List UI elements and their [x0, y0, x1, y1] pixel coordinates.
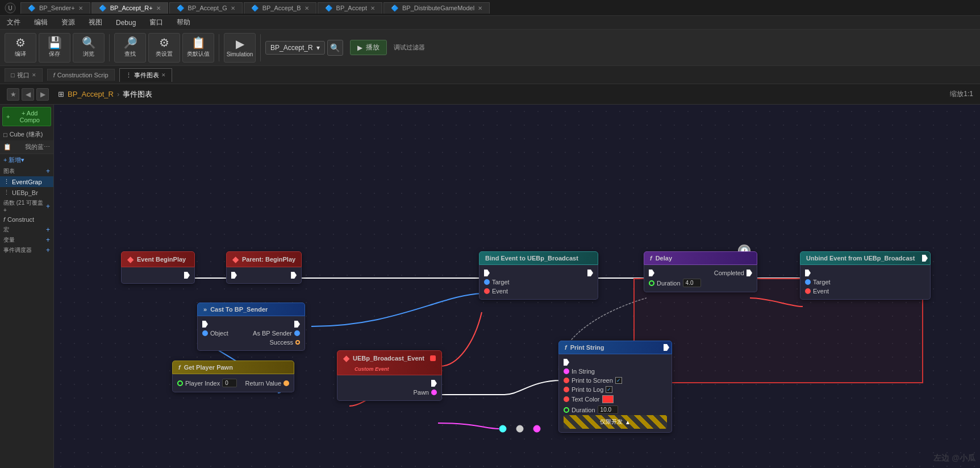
simulation-icon: ▶ [236, 38, 244, 49]
tab-bp-accept-r-close[interactable]: ✕ [156, 5, 161, 11]
find-button[interactable]: 🔎 查找 [114, 33, 146, 63]
unbind-event-pin[interactable]: Event [805, 288, 829, 295]
return-value-pin[interactable]: Return Value [245, 380, 289, 387]
sidebar-item-cube[interactable]: □ Cube (继承) [0, 129, 53, 140]
sidebar-section-my-blueprints[interactable]: 📋 我的蓝⋯ [0, 140, 53, 154]
print-duration-pin[interactable]: Duration [564, 405, 618, 414]
tab-bp-accept[interactable]: 🔷 BP_Accept ✕ [318, 2, 382, 14]
tab-bp-accept-g-close[interactable]: ✕ [231, 5, 235, 11]
node-get-player-pawn[interactable]: f Get Player Pawn Player Index Return Va… [172, 361, 294, 392]
print-exec-out-icon[interactable] [664, 344, 669, 351]
tab-bp-distribute[interactable]: 🔷 BP_DistributeGameModel ✕ [383, 2, 490, 14]
tab-bp-accept-b[interactable]: 🔷 BP_Accept_B ✕ [244, 2, 316, 14]
sidebar-new-item[interactable]: + 新增▾ [0, 154, 53, 166]
node-print-string[interactable]: f Print String In String [558, 341, 672, 433]
print-to-log-checkbox[interactable]: ✓ [606, 386, 612, 393]
macro-add-icon[interactable]: + [46, 226, 50, 234]
compile-button[interactable]: ⚙ 编译 [5, 33, 36, 63]
cast-object-label: Object [210, 330, 228, 337]
as-bp-sender-pin[interactable]: As BP Sender [253, 330, 300, 337]
cast-exec-in[interactable] [202, 321, 208, 328]
node-parent-begin-play[interactable]: ◆ Parent: BeginPlay [226, 251, 302, 284]
menu-edit[interactable]: 编辑 [32, 16, 50, 28]
tab-bp-accept-g[interactable]: 🔷 BP_Accept_G ✕ [169, 2, 243, 14]
text-color-pin[interactable]: Text Color [564, 395, 614, 403]
sidebar-event-graph[interactable]: ⋮ EventGrap [0, 176, 53, 187]
sub-tab-construction[interactable]: f Construction Scrip [47, 69, 115, 81]
bind-target-pin[interactable]: Target [484, 279, 510, 285]
event-dispatchers-add-icon[interactable]: + [46, 246, 50, 254]
print-in-string-pin[interactable]: In String [564, 368, 595, 375]
simulation-button[interactable]: ▶ Simulation [224, 33, 256, 63]
bp-dropdown[interactable]: BP_Accept_R ▾ [265, 41, 325, 55]
sidebar-uebp-br[interactable]: ⋮ UEBp_Br [0, 187, 53, 198]
menu-resources[interactable]: 资源 [59, 16, 77, 28]
play-button[interactable]: ▶ 播放 [350, 40, 387, 55]
back-button[interactable]: ◀ [22, 88, 34, 101]
parent-exec-out-pin[interactable] [291, 272, 297, 279]
parent-exec-in-pin[interactable] [231, 272, 237, 279]
duration-value-input[interactable] [683, 279, 701, 287]
tab-bp-accept-b-close[interactable]: ✕ [305, 5, 309, 11]
uebp-exec-out[interactable] [431, 380, 437, 387]
player-index-pin[interactable]: Player Index [177, 379, 237, 387]
variables-add-icon[interactable]: + [46, 236, 50, 244]
forward-button[interactable]: ▶ [36, 88, 49, 101]
bind-event-pin[interactable]: Event [484, 288, 508, 295]
warning-triangle-icon: ▲ [625, 419, 631, 425]
tab-bp-accept-r[interactable]: 🔷 BP_Accept_R+ ✕ [91, 2, 168, 14]
node-unbind-event[interactable]: Unbind Event from UEBp_Broadcast Target [800, 251, 931, 300]
bind-exec-in[interactable] [484, 270, 490, 276]
menu-help[interactable]: 帮助 [174, 16, 193, 28]
tab-bp-distribute-close[interactable]: ✕ [478, 5, 482, 11]
sub-tab-event-graph[interactable]: ⋮ 事件图表 ✕ [119, 68, 172, 82]
delay-duration-pin[interactable]: Duration [649, 279, 701, 287]
unbind-exec-out-icon[interactable] [922, 255, 928, 262]
sub-tab-viewport[interactable]: □ 视口 ✕ [5, 68, 43, 82]
class-settings-button[interactable]: ⚙ 类设置 [148, 33, 180, 63]
node-uebp-broadcast[interactable]: ◆ UEBp_Broadcast_Event Custom Event Pawn [337, 350, 442, 401]
tab-bp-accept-close[interactable]: ✕ [370, 5, 375, 11]
menu-debug[interactable]: Debug [114, 18, 138, 28]
bind-exec-out[interactable] [587, 270, 593, 276]
blueprint-canvas[interactable]: ◆ Event BeginPlay ◆ Parent: BeginPlay [54, 105, 980, 468]
save-button[interactable]: 💾 保存 [39, 33, 70, 63]
cast-exec-out[interactable] [294, 321, 300, 328]
menu-view[interactable]: 视图 [86, 16, 105, 28]
node-cast-to-bp-sender[interactable]: » Cast To BP_Sender Object [197, 303, 305, 351]
delay-exec-in[interactable] [649, 270, 654, 276]
graphs-add-icon[interactable]: + [46, 167, 50, 175]
breadcrumb-root[interactable]: BP_Accept_R [68, 90, 114, 98]
node-bind-event[interactable]: Bind Event to UEBp_Broadcast Target [479, 251, 598, 300]
print-to-screen-checkbox[interactable]: ✓ [615, 377, 622, 384]
node-bind-header: Bind Event to UEBp_Broadcast [479, 251, 598, 265]
sub-tab-event-close[interactable]: ✕ [161, 72, 166, 78]
print-exec-in[interactable] [564, 359, 569, 366]
print-to-log-pin[interactable]: Print to Log ✓ [564, 386, 612, 393]
delay-completed-pin[interactable]: Completed [714, 270, 752, 276]
unbind-target-pin[interactable]: Target [805, 279, 831, 285]
text-color-swatch[interactable] [602, 395, 614, 403]
tab-bp-sender[interactable]: 🔷 BP_Sender+ ✕ [20, 2, 90, 14]
browse-button[interactable]: 🔍 浏览 [73, 33, 105, 63]
player-index-input[interactable] [222, 379, 237, 387]
bookmark-button[interactable]: ★ [7, 88, 19, 101]
print-duration-input[interactable] [598, 405, 618, 414]
sidebar-construct[interactable]: f Construct [0, 214, 53, 225]
uebp-pawn-pin[interactable]: Pawn [413, 389, 437, 396]
functions-add-icon[interactable]: + [46, 202, 50, 210]
node-delay[interactable]: 🕐 f Delay Completed [644, 251, 757, 292]
add-component-button[interactable]: + + Add Compo [2, 107, 51, 126]
menu-file[interactable]: 文件 [5, 16, 23, 28]
menu-window[interactable]: 窗口 [147, 16, 165, 28]
search-button[interactable]: 🔍 [327, 40, 343, 56]
unbind-exec-in[interactable] [805, 270, 811, 276]
print-to-screen-pin[interactable]: Print to Screen ✓ [564, 377, 622, 384]
cast-object-pin[interactable]: Object [202, 330, 228, 337]
exec-out-pin[interactable] [184, 272, 190, 279]
node-event-begin-play[interactable]: ◆ Event BeginPlay [121, 251, 195, 284]
sub-tab-viewport-close[interactable]: ✕ [32, 72, 36, 78]
tab-bp-sender-close[interactable]: ✕ [78, 5, 83, 11]
cast-success-pin[interactable]: Success [269, 339, 300, 346]
class-defaults-button[interactable]: 📋 类默认值 [182, 33, 214, 63]
